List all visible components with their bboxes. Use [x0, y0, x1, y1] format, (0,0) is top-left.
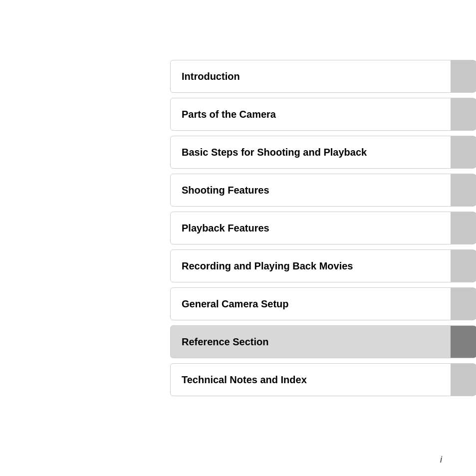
- toc-item-tab-basic-steps: [451, 136, 476, 168]
- toc-item-recording-movies[interactable]: Recording and Playing Back Movies: [170, 249, 476, 282]
- toc-item-playback-features[interactable]: Playback Features: [170, 212, 476, 244]
- toc-list: IntroductionParts of the CameraBasic Ste…: [170, 60, 476, 396]
- toc-item-tab-general-setup: [451, 288, 476, 320]
- toc-item-general-setup[interactable]: General Camera Setup: [170, 287, 476, 320]
- page-number: i: [440, 455, 442, 465]
- toc-item-label-general-setup: General Camera Setup: [171, 288, 451, 320]
- toc-item-label-technical-notes: Technical Notes and Index: [171, 364, 451, 396]
- toc-item-label-shooting-features: Shooting Features: [171, 174, 451, 206]
- page-container: IntroductionParts of the CameraBasic Ste…: [0, 0, 476, 476]
- toc-item-tab-reference-section: [451, 326, 476, 358]
- toc-item-label-basic-steps: Basic Steps for Shooting and Playback: [171, 136, 451, 168]
- toc-item-label-introduction: Introduction: [171, 60, 451, 92]
- toc-item-basic-steps[interactable]: Basic Steps for Shooting and Playback: [170, 136, 476, 169]
- toc-item-introduction[interactable]: Introduction: [170, 60, 476, 93]
- toc-item-label-parts-of-camera: Parts of the Camera: [171, 98, 451, 130]
- toc-item-label-recording-movies: Recording and Playing Back Movies: [171, 250, 451, 282]
- toc-item-tab-recording-movies: [451, 250, 476, 282]
- toc-item-tab-parts-of-camera: [451, 98, 476, 130]
- toc-item-parts-of-camera[interactable]: Parts of the Camera: [170, 98, 476, 131]
- toc-item-tab-technical-notes: [451, 364, 476, 396]
- toc-item-shooting-features[interactable]: Shooting Features: [170, 174, 476, 207]
- toc-item-tab-playback-features: [451, 212, 476, 244]
- toc-item-tab-introduction: [451, 60, 476, 92]
- toc-item-tab-shooting-features: [451, 174, 476, 206]
- toc-item-reference-section[interactable]: Reference Section: [170, 325, 476, 358]
- toc-item-technical-notes[interactable]: Technical Notes and Index: [170, 363, 476, 396]
- toc-item-label-playback-features: Playback Features: [171, 212, 451, 244]
- toc-item-label-reference-section: Reference Section: [171, 326, 451, 358]
